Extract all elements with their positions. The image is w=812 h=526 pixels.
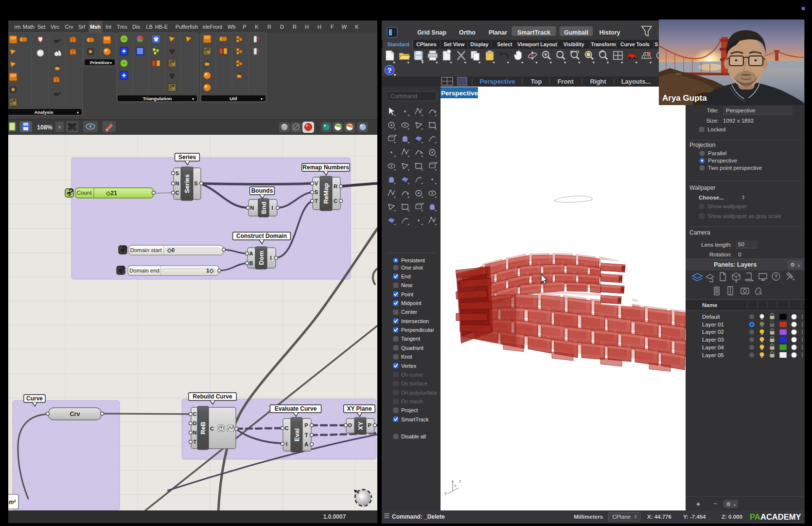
- svg-text:LB: LB: [146, 24, 152, 30]
- svg-text:S: S: [654, 41, 658, 47]
- svg-text:z: z: [459, 479, 461, 484]
- svg-text:C: C: [193, 411, 197, 417]
- svg-text:Set View: Set View: [444, 41, 465, 47]
- svg-text:Projection: Projection: [689, 142, 715, 148]
- svg-text:Crv: Crv: [65, 24, 73, 30]
- svg-text:Crv: Crv: [70, 411, 80, 417]
- svg-text:Point: Point: [401, 291, 413, 297]
- svg-text:Ortho: Ortho: [459, 29, 476, 36]
- svg-text:Tms: Tms: [117, 24, 127, 30]
- svg-text:S: S: [176, 170, 179, 176]
- svg-text:eleFront: eleFront: [203, 24, 222, 30]
- svg-text:x: x: [454, 483, 457, 488]
- svg-text:End: End: [401, 273, 411, 279]
- svg-text:Near: Near: [401, 282, 413, 288]
- svg-text:Title:: Title:: [707, 108, 719, 113]
- svg-text:Command: Command: [390, 93, 417, 100]
- svg-text:Int: Int: [106, 24, 111, 30]
- svg-text:S: S: [315, 189, 318, 195]
- svg-text:Parallel: Parallel: [708, 150, 726, 156]
- svg-text:⇕: ⇕: [741, 195, 745, 200]
- svg-text:Pufferfish: Pufferfish: [176, 24, 198, 30]
- svg-text:Perspective: Perspective: [441, 90, 478, 97]
- svg-text:Count: Count: [77, 190, 92, 196]
- svg-text:Layer 02: Layer 02: [702, 329, 724, 335]
- svg-text:▾: ▾: [261, 97, 263, 101]
- svg-text:Display: Display: [470, 41, 489, 47]
- svg-text:⚙: ⚙: [790, 262, 795, 268]
- svg-text:Camera: Camera: [689, 229, 710, 236]
- svg-text:Wb: Wb: [228, 24, 236, 30]
- svg-text:CPlanes: CPlanes: [416, 41, 437, 47]
- svg-text:XY Plane: XY Plane: [347, 405, 371, 412]
- svg-text:Z: 0.000: Z: 0.000: [722, 514, 742, 520]
- svg-text:Layer 04: Layer 04: [702, 345, 724, 350]
- svg-text:Default: Default: [702, 314, 720, 320]
- svg-text:Rotation:: Rotation:: [709, 252, 732, 257]
- svg-text:Analysis: Analysis: [34, 109, 53, 115]
- svg-text:Show wallpaper as gray scale: Show wallpaper as gray scale: [707, 213, 781, 219]
- svg-text:Locked: Locked: [707, 127, 725, 132]
- svg-text:−: −: [713, 500, 717, 508]
- svg-text:On polysurface: On polysurface: [401, 390, 437, 396]
- svg-text:▾: ▾: [192, 97, 194, 101]
- svg-text:Arya Gupta: Arya Gupta: [662, 93, 707, 103]
- svg-text:m³: m³: [54, 91, 61, 97]
- svg-text:Show wallpaper: Show wallpaper: [707, 203, 747, 209]
- svg-text:Top: Top: [531, 78, 542, 85]
- svg-text:On surface: On surface: [401, 381, 427, 386]
- svg-text:Knot: Knot: [401, 354, 412, 360]
- svg-text:A: A: [304, 441, 308, 447]
- svg-text:Disable all: Disable all: [401, 434, 426, 439]
- svg-text:Planar: Planar: [489, 29, 507, 36]
- svg-text:N: N: [250, 205, 254, 211]
- svg-text:Rebuild Curve: Rebuild Curve: [193, 393, 232, 400]
- svg-text:Persistent: Persistent: [401, 257, 425, 263]
- svg-text:H: H: [305, 24, 309, 30]
- svg-text:R: R: [293, 24, 297, 30]
- svg-text:XY: XY: [357, 421, 364, 430]
- svg-text:Command: _Delete: Command: _Delete: [392, 513, 445, 520]
- svg-text:One shot: One shot: [401, 265, 423, 271]
- svg-text:S: S: [194, 181, 197, 186]
- svg-text:Perspective: Perspective: [726, 108, 755, 113]
- svg-text:Transform: Transform: [591, 41, 616, 47]
- svg-text:Perpendicular: Perpendicular: [401, 327, 434, 333]
- svg-text:T: T: [315, 198, 318, 204]
- svg-text:PA: PA: [750, 512, 760, 521]
- svg-text:HB-E: HB-E: [155, 24, 168, 30]
- svg-text:Lens length:: Lens length:: [701, 242, 732, 248]
- svg-text:Bnd: Bnd: [260, 201, 267, 214]
- svg-text:B: B: [249, 260, 253, 266]
- svg-text:SmartTrack: SmartTrack: [401, 417, 429, 422]
- svg-text:Util: Util: [229, 96, 237, 101]
- svg-text:1.0.0007: 1.0.0007: [323, 513, 346, 520]
- svg-text:t: t: [286, 441, 288, 447]
- svg-text:I: I: [270, 255, 271, 261]
- svg-text:Y: -7.454: Y: -7.454: [683, 514, 706, 520]
- svg-text:N: N: [176, 181, 179, 186]
- svg-text:Dis: Dis: [132, 24, 140, 30]
- svg-text:◇21: ◇21: [106, 190, 117, 197]
- svg-text:Layer 03: Layer 03: [702, 337, 724, 343]
- svg-text:R: R: [334, 183, 337, 189]
- svg-text:W: W: [342, 24, 347, 30]
- svg-text:m²: m²: [9, 499, 17, 506]
- svg-text:P: P: [304, 422, 308, 428]
- svg-text:V: V: [315, 181, 318, 186]
- svg-text:rm: rm: [15, 24, 21, 30]
- svg-text:Millimeters: Millimeters: [574, 514, 603, 520]
- svg-text:∨: ∨: [797, 264, 800, 267]
- svg-text:ACADEMY: ACADEMY: [760, 512, 801, 521]
- svg-text:Size:: Size:: [706, 118, 719, 124]
- svg-text:Layer 05: Layer 05: [702, 352, 724, 358]
- svg-text:Tangent: Tangent: [401, 336, 420, 342]
- svg-text:Series: Series: [183, 174, 191, 193]
- svg-text:Quadrant: Quadrant: [401, 345, 424, 351]
- svg-text:⚙: ⚙: [726, 501, 731, 507]
- svg-text:Vec: Vec: [51, 24, 60, 30]
- svg-text:Domain end: Domain end: [129, 268, 159, 273]
- svg-text:Series: Series: [178, 154, 196, 161]
- svg-text:Evaluate Curve: Evaluate Curve: [275, 405, 317, 412]
- svg-text:Visibility: Visibility: [564, 41, 584, 47]
